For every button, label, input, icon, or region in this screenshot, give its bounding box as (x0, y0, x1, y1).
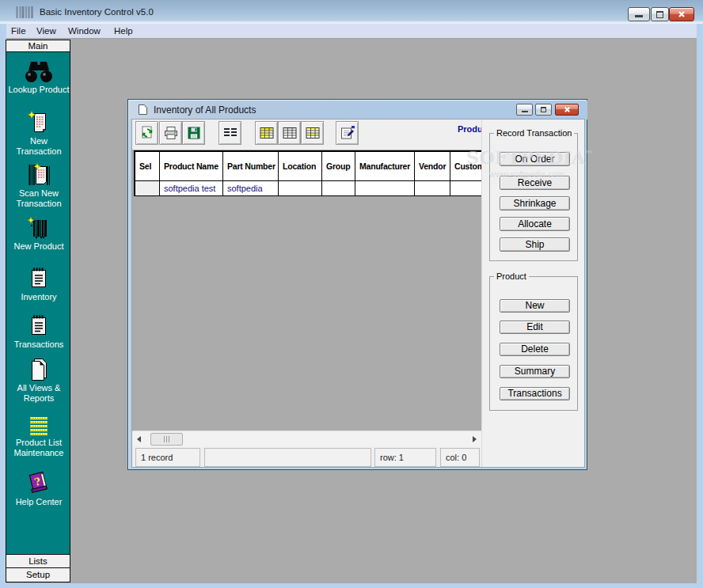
sidebar-tab-lists[interactable]: Lists (6, 554, 70, 567)
cell-part-number[interactable]: softpedia (223, 181, 279, 196)
grid-area: Sel Product Name Part Number Location Gr… (132, 150, 481, 431)
child-window-inventory: Inventory of All Products (127, 99, 587, 470)
status-row: row: 1 (374, 448, 436, 467)
sidebar-tab-main[interactable]: Main (6, 40, 70, 52)
close-button[interactable] (669, 7, 694, 21)
col-header-manufacturer[interactable]: Manufacturer (355, 152, 415, 181)
child-minimize-button[interactable] (516, 104, 533, 116)
cell-manufacturer[interactable] (355, 181, 415, 196)
table-plain-icon (282, 125, 298, 141)
edit-form-button[interactable] (336, 121, 359, 145)
list-columns-icon (222, 125, 238, 141)
child-title-bar[interactable]: Inventory of All Products (129, 101, 587, 119)
minimize-glyph (635, 15, 643, 17)
col-header-group[interactable]: Group (322, 152, 355, 181)
edit-button[interactable]: Edit (500, 321, 570, 334)
receive-button[interactable]: Receive (500, 176, 570, 190)
status-col: col: 0 (440, 448, 480, 467)
inventory-grid: Sel Product Name Part Number Location Gr… (134, 150, 481, 196)
horizontal-scrollbar[interactable] (132, 431, 481, 446)
sidebar-item-label: New Transaction (7, 136, 70, 157)
right-triangle-glyph (473, 436, 477, 442)
ship-button[interactable]: Ship (500, 237, 570, 252)
sidebar-item-label: Lookup Product (7, 85, 70, 95)
refresh-button[interactable] (135, 121, 158, 145)
delete-button[interactable]: Delete (500, 343, 570, 356)
cell-location[interactable] (279, 181, 322, 196)
save-button[interactable] (182, 121, 205, 145)
sidebar-item-label: Transactions (7, 340, 70, 350)
col-header-customer[interactable]: Customer (450, 152, 481, 181)
left-triangle-glyph (137, 436, 141, 442)
sidebar-item-product-list-maintenance[interactable]: Product List Maintenance (7, 415, 70, 458)
maximize-button[interactable] (651, 7, 669, 21)
col-header-location[interactable]: Location (279, 152, 322, 181)
printer-icon (163, 125, 179, 141)
record-transaction-group-label: Record Transaction (494, 128, 574, 138)
sidebar-item-scan-new-transaction[interactable]: Scan New Transaction (7, 163, 70, 209)
scroll-right-arrow[interactable] (468, 431, 481, 447)
view-grid-plain-button[interactable] (278, 121, 301, 145)
scan-receipt-icon (27, 163, 51, 187)
menu-view[interactable]: View (36, 25, 56, 37)
scrollbar-thumb[interactable] (150, 433, 183, 446)
cell-customer[interactable] (450, 181, 481, 196)
cell-vendor[interactable] (415, 181, 450, 196)
sidebar-item-all-views-reports[interactable]: All Views & Reports (7, 358, 70, 404)
sidebar-item-label: All Views & Reports (7, 383, 70, 404)
col-header-product-name[interactable]: Product Name (160, 152, 223, 181)
refresh-icon (139, 125, 155, 141)
print-button[interactable] (159, 121, 182, 145)
sidebar-tab-setup[interactable]: Setup (6, 567, 70, 582)
status-records: 1 record (135, 448, 200, 467)
view-grid-highlighted-rows-button[interactable] (301, 121, 324, 145)
window-title: Basic Inventory Control v5.0 (40, 7, 154, 17)
view-grid-highlighted-columns-button[interactable] (255, 121, 278, 145)
col-header-sel[interactable]: Sel (135, 152, 160, 181)
maximize-glyph (656, 11, 663, 18)
allocate-button[interactable]: Allocate (500, 217, 570, 231)
new-receipt-icon (27, 111, 51, 135)
summary-button[interactable]: Summary (500, 365, 570, 378)
sidebar-item-inventory[interactable]: Inventory (7, 267, 70, 302)
new-button[interactable]: New (500, 299, 570, 313)
sidebar-item-label: Scan New Transaction (7, 188, 70, 209)
view-list-button[interactable] (218, 121, 241, 145)
notepad-icon (27, 314, 51, 338)
toolbar: Produ (132, 119, 481, 150)
child-close-glyph (564, 106, 571, 113)
on-order-button[interactable]: On Order (500, 152, 570, 166)
sidebar-item-lookup-product[interactable]: Lookup Product (7, 61, 70, 95)
child-client-area: Produ Sel Product Name Part Number Locat… (132, 119, 584, 467)
child-window-title: Inventory of All Products (154, 104, 256, 116)
child-maximize-glyph (541, 107, 546, 112)
sidebar-item-transactions[interactable]: Transactions (7, 314, 70, 350)
binoculars-icon (25, 61, 53, 83)
cell-sel[interactable] (135, 181, 160, 196)
col-header-part-number[interactable]: Part Number (223, 152, 279, 181)
menu-window[interactable]: Window (68, 25, 101, 37)
minimize-button[interactable] (628, 7, 650, 21)
status-message (204, 448, 371, 467)
col-header-vendor[interactable]: Vendor (415, 152, 450, 181)
app-barcode-icon (15, 6, 34, 19)
sidebar-item-new-transaction[interactable]: New Transaction (7, 111, 70, 157)
thumb-grip-line (166, 436, 167, 442)
sidebar-item-help-center[interactable]: ? Help Center (7, 470, 70, 507)
menu-file[interactable]: File (11, 25, 26, 37)
shrinkage-button[interactable]: Shrinkage (500, 196, 570, 211)
sidebar-item-label: Product List Maintenance (7, 438, 70, 458)
sidebar-item-new-product[interactable]: New Product (7, 216, 70, 252)
cell-product-name[interactable]: softpedia test (160, 181, 223, 196)
grid-data-row[interactable]: softpedia test softpedia (135, 181, 481, 196)
transactions-button[interactable]: Transactions (500, 387, 570, 400)
scroll-left-arrow[interactable] (132, 431, 146, 447)
cell-group[interactable] (322, 181, 355, 196)
child-close-button[interactable] (555, 104, 579, 116)
child-maximize-button[interactable] (535, 104, 552, 116)
main-title-bar[interactable]: Basic Inventory Control v5.0 (0, 0, 703, 24)
product-link[interactable]: Produ (458, 124, 481, 135)
product-group: Product New Edit Delete Summary Transact… (489, 276, 578, 411)
report-document-icon (28, 358, 50, 381)
menu-help[interactable]: Help (114, 25, 133, 37)
